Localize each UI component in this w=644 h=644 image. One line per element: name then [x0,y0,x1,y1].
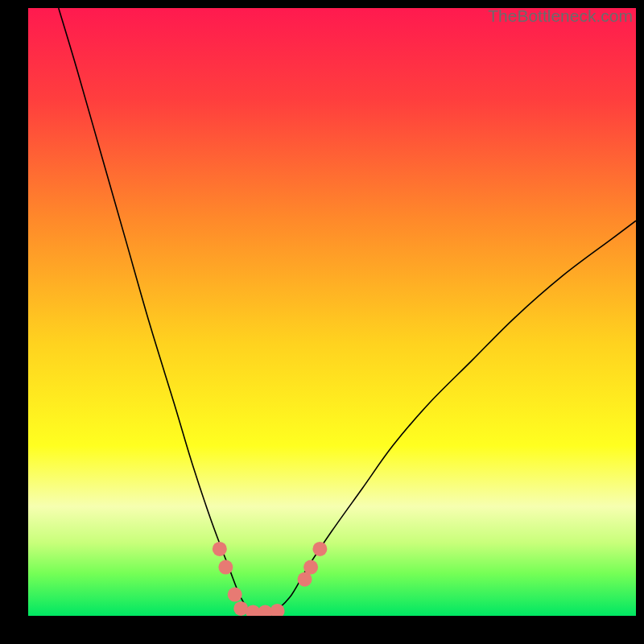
watermark-label: TheBottleneck.com [488,6,633,26]
plot-area [28,8,636,616]
chart-svg [28,8,636,616]
data-marker [228,588,242,602]
data-marker [218,560,233,575]
data-marker [303,560,318,575]
data-marker [213,542,227,556]
chart-container: { "watermark": "TheBottleneck.com", "cha… [0,0,644,644]
gradient-background [28,8,636,616]
data-marker [312,542,327,556]
